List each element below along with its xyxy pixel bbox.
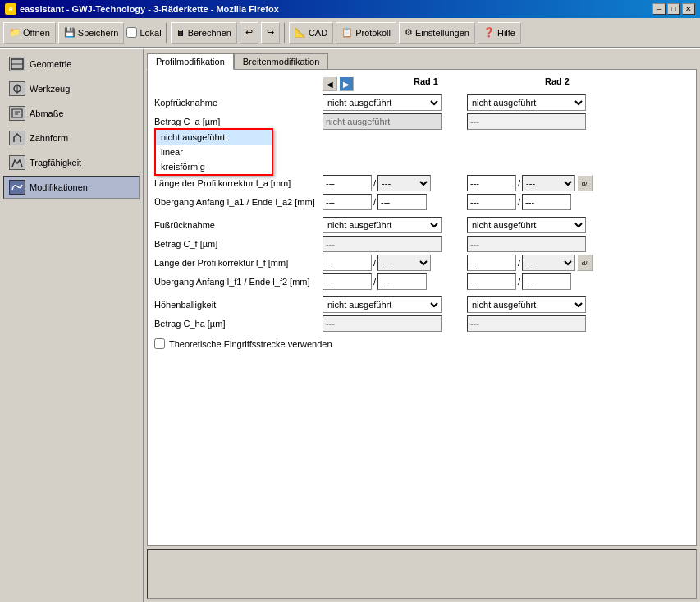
calc-button[interactable]: 🖩 Berechnen bbox=[171, 22, 237, 44]
tab-profilmodifikation[interactable]: Profilmodifikation bbox=[147, 53, 234, 70]
main-area: Geometrie Werkzeug Abmaße Zahnform Tragf… bbox=[0, 49, 700, 602]
ubergang-lf-label: Übergang Anfang l_f1 / Ende l_f2 [mm] bbox=[154, 277, 323, 287]
sidebar-item-geometrie-label: Geometrie bbox=[30, 59, 71, 69]
lange-la-unit-button[interactable]: d/l bbox=[577, 175, 593, 191]
dropdown-item-nicht-ausgefuhrt[interactable]: nicht ausgeführt bbox=[156, 130, 272, 145]
open-button[interactable]: 📁 Öffnen bbox=[3, 22, 56, 44]
sidebar-item-werkzeug[interactable]: Werkzeug bbox=[3, 77, 140, 100]
rad2-header: Rad 2 bbox=[492, 76, 623, 86]
betrag-cha-rad1-input[interactable] bbox=[323, 315, 442, 332]
save-button[interactable]: 💾 Speichern bbox=[58, 22, 125, 44]
lange-lf-rad1-select[interactable]: --- bbox=[377, 255, 431, 271]
dropdown-item-linear[interactable]: linear bbox=[156, 145, 272, 159]
sidebar-item-werkzeug-label: Werkzeug bbox=[30, 84, 70, 94]
settings-icon: ⚙ bbox=[405, 27, 413, 38]
open-label: Öffnen bbox=[23, 28, 50, 38]
settings-button[interactable]: ⚙ Einstellungen bbox=[399, 22, 475, 44]
betrag-cha-rad2-input[interactable] bbox=[467, 315, 586, 332]
lange-la-rad1-input1[interactable] bbox=[323, 175, 372, 191]
local-checkbox[interactable] bbox=[126, 27, 137, 38]
betrag-ca-rad1-input[interactable] bbox=[323, 113, 442, 130]
nav-left-button[interactable]: ◀ bbox=[323, 76, 337, 91]
cad-button[interactable]: 📐 CAD bbox=[289, 22, 333, 44]
protocol-button[interactable]: 📋 Protokoll bbox=[336, 22, 396, 44]
kopfrucknahme-rad1-select[interactable]: nicht ausgeführt linear kreisförmig bbox=[323, 94, 442, 111]
betrag-ca-label: Betrag C_a [µm] bbox=[154, 117, 323, 126]
sidebar-item-zahnform-label: Zahnform bbox=[30, 133, 68, 143]
ubergang-lf-rad1-group: / bbox=[323, 273, 462, 290]
nav-arrows: ◀ ▶ bbox=[323, 76, 354, 91]
lange-la-rad1-group: / --- bbox=[323, 175, 462, 191]
fussrucknahme-rad1-select[interactable]: nicht ausgeführt bbox=[323, 217, 442, 233]
lange-lf-unit-button[interactable]: d/l bbox=[577, 255, 593, 271]
theoretische-checkbox[interactable] bbox=[154, 338, 165, 349]
lange-lf-rad2-select[interactable]: --- bbox=[522, 255, 575, 271]
redo-button[interactable]: ↪ bbox=[261, 22, 280, 44]
title-bar-controls: ─ □ ✕ bbox=[652, 3, 695, 15]
hohenballigkeit-label: Höhenballigkeit bbox=[154, 300, 323, 310]
ubergang-la-rad1-input1[interactable] bbox=[323, 194, 372, 210]
minimize-button[interactable]: ─ bbox=[652, 3, 666, 15]
sidebar: Geometrie Werkzeug Abmaße Zahnform Tragf… bbox=[0, 49, 144, 602]
betrag-cha-row: Betrag C_ha [µm] bbox=[154, 315, 689, 332]
nav-and-headers: ◀ ▶ Rad 1 Rad 2 bbox=[154, 76, 689, 91]
toolbar: 📁 Öffnen 💾 Speichern Lokal 🖩 Berechnen ↩… bbox=[0, 18, 700, 48]
hohenballigkeit-rad1-select[interactable]: nicht ausgeführt bbox=[323, 296, 442, 313]
hohenballigkeit-rad2-select[interactable]: nicht ausgeführt bbox=[467, 296, 586, 313]
ubergang-la-rad1-input2[interactable] bbox=[377, 194, 427, 210]
hohenballigkeit-rad1-group: nicht ausgeführt bbox=[323, 296, 462, 313]
protocol-label: Protokoll bbox=[355, 28, 391, 38]
content-panel: ◀ ▶ Rad 1 Rad 2 Kopfrücknahme nicht ausg… bbox=[147, 69, 697, 546]
lange-la-rad1-select[interactable]: --- bbox=[377, 175, 431, 191]
help-icon: ❓ bbox=[483, 27, 495, 38]
protocol-icon: 📋 bbox=[341, 27, 353, 38]
ubergang-lf-rad2-group: / bbox=[467, 273, 606, 290]
maximize-button[interactable]: □ bbox=[667, 3, 680, 15]
betrag-cf-rad2-group bbox=[467, 236, 606, 252]
betrag-cf-rad2-input[interactable] bbox=[467, 236, 586, 252]
nav-right-button[interactable]: ▶ bbox=[339, 76, 354, 91]
sidebar-item-tragfahigkeit[interactable]: Tragfähigkeit bbox=[3, 151, 140, 174]
ubergang-lf-rad1-input2[interactable] bbox=[377, 273, 427, 290]
sidebar-item-tragfahigkeit-label: Tragfähigkeit bbox=[30, 158, 81, 168]
lange-la-rad2-input1[interactable] bbox=[467, 175, 516, 191]
dropdown-popup: nicht ausgeführt linear kreisförmig bbox=[154, 128, 273, 176]
ubergang-lf-rad2-input1[interactable] bbox=[467, 273, 516, 290]
betrag-cha-label: Betrag C_ha [µm] bbox=[154, 319, 323, 329]
calc-icon: 🖩 bbox=[176, 28, 185, 38]
folder-icon: 📁 bbox=[9, 27, 21, 38]
tab-breitenmodifikation[interactable]: Breitenmodifikation bbox=[234, 53, 329, 70]
betrag-ca-rad2-input[interactable] bbox=[467, 113, 586, 130]
betrag-ca-row: Betrag C_a [µm] nicht ausgeführt linear … bbox=[154, 113, 689, 130]
ubergang-la-rad2-input2[interactable] bbox=[522, 194, 571, 210]
undo-button[interactable]: ↩ bbox=[240, 22, 258, 44]
ubergang-la-row: Übergang Anfang l_a1 / Ende l_a2 [mm] / … bbox=[154, 194, 689, 210]
ubergang-lf-rad2-input2[interactable] bbox=[522, 273, 571, 290]
kopfrucknahme-rad1-group: nicht ausgeführt linear kreisförmig bbox=[323, 94, 462, 111]
ubergang-lf-rad1-input1[interactable] bbox=[323, 273, 372, 290]
sidebar-item-abmasse[interactable]: Abmaße bbox=[3, 102, 140, 125]
modifikationen-icon bbox=[9, 180, 25, 195]
fussrucknahme-rad2-select[interactable]: nicht ausgeführt bbox=[467, 217, 586, 233]
theoretische-label: Theoretische Eingriffsstrecke verwenden bbox=[169, 339, 332, 349]
save-icon: 💾 bbox=[64, 27, 75, 38]
lange-la-rad2-select[interactable]: --- bbox=[522, 175, 575, 191]
sidebar-item-modifikationen[interactable]: Modifikationen bbox=[3, 176, 140, 199]
hohenballigkeit-rad2-group: nicht ausgeführt bbox=[467, 296, 606, 313]
sidebar-item-zahnform[interactable]: Zahnform bbox=[3, 126, 140, 149]
sidebar-item-geometrie[interactable]: Geometrie bbox=[3, 53, 140, 76]
kopfrucknahme-rad2-select[interactable]: nicht ausgeführt linear kreisförmig bbox=[467, 94, 586, 111]
ubergang-la-rad2-input1[interactable] bbox=[467, 194, 516, 210]
calc-label: Berechnen bbox=[188, 28, 231, 38]
kopfrucknahme-row: Kopfrücknahme nicht ausgeführt linear kr… bbox=[154, 94, 689, 111]
lange-lf-rad1-input1[interactable] bbox=[323, 255, 372, 271]
fussrucknahme-label: Fußrücknahme bbox=[154, 220, 323, 230]
lange-lf-rad2-input1[interactable] bbox=[467, 255, 516, 271]
theoretische-checkbox-row: Theoretische Eingriffsstrecke verwenden bbox=[154, 338, 689, 349]
betrag-cha-rad1-group bbox=[323, 315, 462, 332]
close-button[interactable]: ✕ bbox=[682, 3, 695, 15]
dropdown-item-kreisformig[interactable]: kreisförmig bbox=[156, 159, 272, 174]
help-button[interactable]: ❓ Hilfe bbox=[478, 22, 521, 44]
betrag-cf-rad1-input[interactable] bbox=[323, 236, 442, 252]
redo-icon: ↪ bbox=[267, 27, 274, 38]
